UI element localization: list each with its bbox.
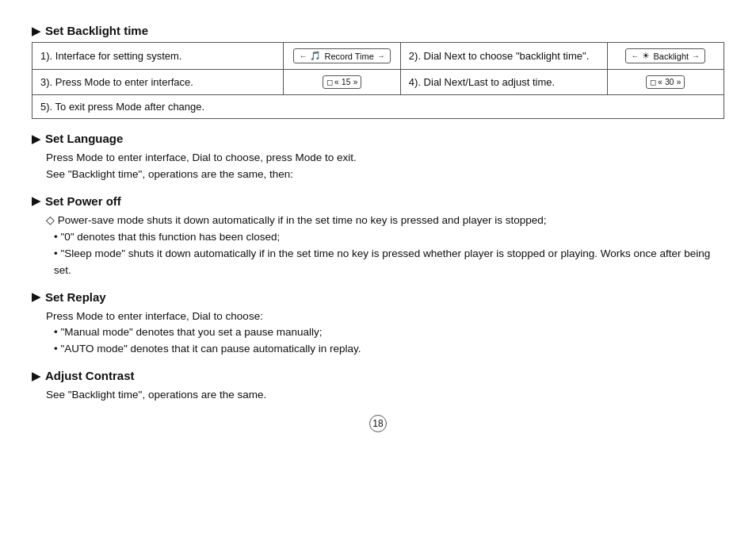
cell-2-text: 2). Dial Next to choose "backlight time"… <box>400 43 607 70</box>
backlight-title: ▶ Set Backlight time <box>32 24 724 37</box>
page-number-circle: 18 <box>369 415 387 432</box>
power-off-line2: • "0" denotes that this function has bee… <box>54 229 724 246</box>
language-section: ▶ Set Language Press Mode to enter inter… <box>32 132 724 183</box>
power-off-line3: • "Sleep mode" shuts it down automatical… <box>54 246 724 279</box>
slider-right: » <box>353 78 358 86</box>
arrow-icon-replay: ▶ <box>32 290 40 303</box>
replay-line3: • "AUTO mode" denotes that it can pause … <box>54 341 724 358</box>
replay-body: Press Mode to enter interface, Dial to c… <box>46 309 724 359</box>
arrow-icon-contrast: ▶ <box>32 370 40 382</box>
slider-icon-left: ◻ <box>326 78 333 86</box>
contrast-section: ▶ Adjust Contrast See "Backlight time", … <box>32 369 724 404</box>
replay-section: ▶ Set Replay Press Mode to enter interfa… <box>32 290 724 359</box>
language-body: Press Mode to enter interface, Dial to c… <box>46 150 724 183</box>
page-number-area: 18 <box>32 415 724 432</box>
replay-line1: Press Mode to enter interface, Dial to c… <box>46 309 724 325</box>
cell-3-ui: ◻ « 15 » <box>284 70 400 95</box>
right-arrow: → <box>377 52 385 60</box>
contrast-title: ▶ Adjust Contrast <box>32 369 724 382</box>
backlight-section: ▶ Set Backlight time 1). Interface for s… <box>32 24 724 119</box>
left-arrow: ← <box>299 52 307 60</box>
slider-left: « <box>334 78 339 86</box>
power-off-line1: ◇ Power-save mode shuts it down automati… <box>46 213 724 229</box>
backlight-table: 1). Interface for setting system. ← 🎵 Re… <box>32 42 724 119</box>
slider-left2: « <box>658 78 662 86</box>
cell-4-ui: ◻ « 30 » <box>607 70 724 95</box>
arrow-icon-power: ▶ <box>32 194 40 207</box>
power-off-section: ▶ Set Power off ◇ Power-save mode shuts … <box>32 194 724 279</box>
arrow-icon: ▶ <box>32 25 40 37</box>
backlight-icon: ☀ <box>642 51 650 61</box>
table-row-2: 3). Press Mode to enter interface. ◻ « 1… <box>32 70 724 95</box>
table-row-1: 1). Interface for setting system. ← 🎵 Re… <box>32 43 724 70</box>
power-off-body: ◇ Power-save mode shuts it down automati… <box>46 213 724 279</box>
replay-line2: • "Manual mode" denotes that you set a p… <box>54 324 724 341</box>
power-off-title: ▶ Set Power off <box>32 194 724 208</box>
cell-1-ui: ← 🎵 Record Time → <box>284 43 400 70</box>
arrow-icon-lang: ▶ <box>32 132 40 145</box>
language-title: ▶ Set Language <box>32 132 724 145</box>
cell-1-text: 1). Interface for setting system. <box>32 43 284 70</box>
slider-right2: » <box>677 78 682 86</box>
music-icon: 🎵 <box>310 51 321 61</box>
right-arrow2: → <box>692 52 700 60</box>
backlight-widget: ← ☀ Backlight → <box>625 48 705 63</box>
record-time-widget: ← 🎵 Record Time → <box>293 48 390 63</box>
cell-4-text: 4). Dial Next/Last to adjust time. <box>400 70 607 95</box>
slider-widget-30: ◻ « 30 » <box>646 75 685 89</box>
replay-title: ▶ Set Replay <box>32 290 724 304</box>
left-arrow2: ← <box>631 52 639 60</box>
cell-2-ui: ← ☀ Backlight → <box>607 43 724 70</box>
cell-3-text: 3). Press Mode to enter interface. <box>32 70 284 95</box>
slider-widget-15: ◻ « 15 » <box>323 75 361 89</box>
slider-icon-left2: ◻ <box>650 78 656 86</box>
table-row-3: 5). To exit press Mode after change. <box>32 95 724 119</box>
contrast-body: See "Backlight time", operations are the… <box>46 387 724 404</box>
cell-5-text: 5). To exit press Mode after change. <box>32 95 724 119</box>
